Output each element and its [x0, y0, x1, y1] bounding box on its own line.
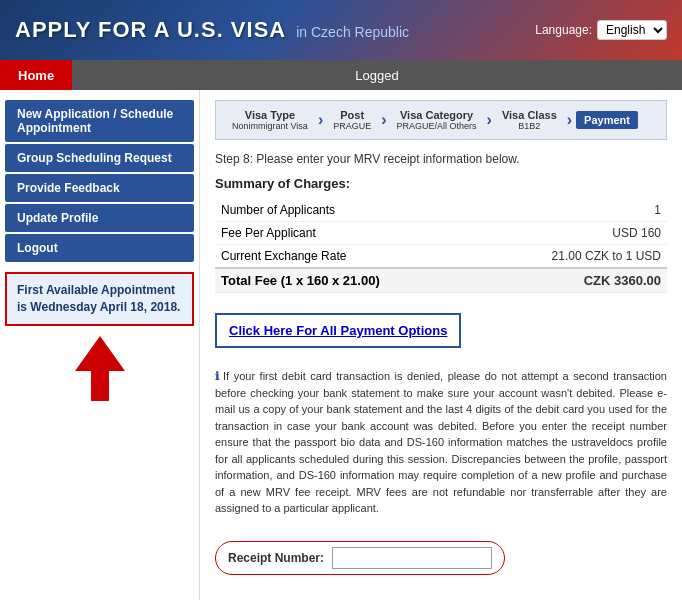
page-subtitle: in Czech Republic	[296, 24, 409, 40]
arrow-shaft	[91, 371, 109, 401]
main-content: Visa Type Nonimmigrant Visa › Post PRAGU…	[200, 90, 682, 600]
receipt-number-group: Receipt Number:	[215, 541, 505, 575]
step-visa-type-label: Visa Type	[245, 109, 295, 121]
charge-label-0: Number of Applicants	[215, 199, 479, 222]
charges-table: Number of Applicants 1 Fee Per Applicant…	[215, 199, 667, 293]
table-row: Number of Applicants 1	[215, 199, 667, 222]
info-icon: ℹ	[215, 370, 219, 382]
arrow-up-icon	[75, 336, 125, 371]
table-row: Current Exchange Rate 21.00 CZK to 1 USD	[215, 245, 667, 269]
page-header: APPLY FOR A U.S. VISA in Czech Republic …	[0, 0, 682, 60]
logged-status: Logged	[72, 60, 682, 90]
home-button[interactable]: Home	[0, 60, 72, 90]
sidebar-item-update-profile[interactable]: Update Profile	[5, 204, 194, 232]
payment-link-box[interactable]: Click Here For All Payment Options	[215, 313, 461, 348]
charge-label-2: Current Exchange Rate	[215, 245, 479, 269]
step-post: Post PRAGUE	[327, 107, 377, 133]
receipt-input[interactable]	[332, 547, 492, 569]
step-visa-class: Visa Class B1B2	[496, 107, 563, 133]
charge-value-1: USD 160	[479, 222, 667, 245]
step-post-sub: PRAGUE	[333, 121, 371, 131]
first-appointment-text: First Available Appointment is Wednesday…	[17, 283, 180, 314]
step-instruction: Step 8: Please enter your MRV receipt in…	[215, 152, 667, 166]
navigation-bar: Home Logged	[0, 60, 682, 90]
first-appointment-box: First Available Appointment is Wednesday…	[5, 272, 194, 326]
total-row: Total Fee (1 x 160 x 21.00) CZK 3360.00	[215, 268, 667, 293]
language-label: Language:	[535, 23, 592, 37]
page-title: APPLY FOR A U.S. VISA	[15, 17, 286, 43]
total-value: CZK 3360.00	[479, 268, 667, 293]
step-arrow-4: ›	[567, 111, 572, 129]
info-text: If your first debit card transaction is …	[215, 370, 667, 514]
step-arrow-2: ›	[381, 111, 386, 129]
step-visa-type: Visa Type Nonimmigrant Visa	[226, 107, 314, 133]
step-payment-label: Payment	[584, 114, 630, 126]
step-arrow-3: ›	[487, 111, 492, 129]
info-box: ℹIf your first debit card transaction is…	[215, 368, 667, 517]
receipt-section: Receipt Number:	[215, 529, 667, 587]
charge-label-1: Fee Per Applicant	[215, 222, 479, 245]
step-visa-category: Visa Category PRAGUE/All Others	[391, 107, 483, 133]
table-row: Fee Per Applicant USD 160	[215, 222, 667, 245]
language-selector[interactable]: Language: English	[535, 20, 667, 40]
charge-value-2: 21.00 CZK to 1 USD	[479, 245, 667, 269]
charge-value-0: 1	[479, 199, 667, 222]
step-visa-category-sub: PRAGUE/All Others	[397, 121, 477, 131]
sidebar-item-new-application[interactable]: New Application / Schedule Appointment	[5, 100, 194, 142]
total-label: Total Fee (1 x 160 x 21.00)	[215, 268, 479, 293]
step-post-label: Post	[340, 109, 364, 121]
step-visa-class-sub: B1B2	[518, 121, 540, 131]
header-title-group: APPLY FOR A U.S. VISA in Czech Republic	[15, 17, 409, 43]
payment-link[interactable]: Click Here For All Payment Options	[229, 323, 447, 338]
step-visa-class-label: Visa Class	[502, 109, 557, 121]
step-visa-type-sub: Nonimmigrant Visa	[232, 121, 308, 131]
steps-breadcrumb: Visa Type Nonimmigrant Visa › Post PRAGU…	[215, 100, 667, 140]
sidebar-item-logout[interactable]: Logout	[5, 234, 194, 262]
sidebar-item-group-scheduling[interactable]: Group Scheduling Request	[5, 144, 194, 172]
language-dropdown[interactable]: English	[597, 20, 667, 40]
receipt-label: Receipt Number:	[228, 551, 324, 565]
summary-title: Summary of Charges:	[215, 176, 667, 191]
step-visa-category-label: Visa Category	[400, 109, 473, 121]
main-layout: New Application / Schedule Appointment G…	[0, 90, 682, 600]
arrow-indicator	[0, 336, 199, 401]
sidebar-item-provide-feedback[interactable]: Provide Feedback	[5, 174, 194, 202]
step-arrow-1: ›	[318, 111, 323, 129]
step-payment: Payment	[576, 111, 638, 129]
sidebar: New Application / Schedule Appointment G…	[0, 90, 200, 600]
